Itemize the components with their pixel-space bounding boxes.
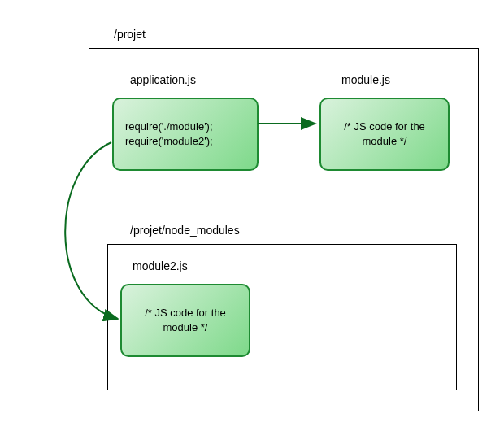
projet-folder-label: /projet xyxy=(114,28,146,41)
module-code-text: /* JS code for the module */ xyxy=(332,120,437,148)
module2-js-label: module2.js xyxy=(133,259,188,272)
app-code-line-1: require('./module'); xyxy=(125,120,245,134)
app-code-line-2: require('module2'); xyxy=(125,134,245,149)
node-modules-label: /projet/node_modules xyxy=(130,224,240,237)
application-js-box: require('./module'); require('module2'); xyxy=(112,98,259,171)
node-modules-box: module2.js /* JS code for the module */ xyxy=(107,244,457,390)
module2-js-box: /* JS code for the module */ xyxy=(120,284,250,357)
application-js-label: application.js xyxy=(130,73,196,86)
module-js-box: /* JS code for the module */ xyxy=(319,98,450,171)
diagram-canvas: /projet application.js require('./module… xyxy=(0,0,504,431)
projet-folder-box: application.js require('./module'); requ… xyxy=(89,48,479,411)
module2-code-text: /* JS code for the module */ xyxy=(133,306,237,334)
module-js-label: module.js xyxy=(341,73,390,86)
